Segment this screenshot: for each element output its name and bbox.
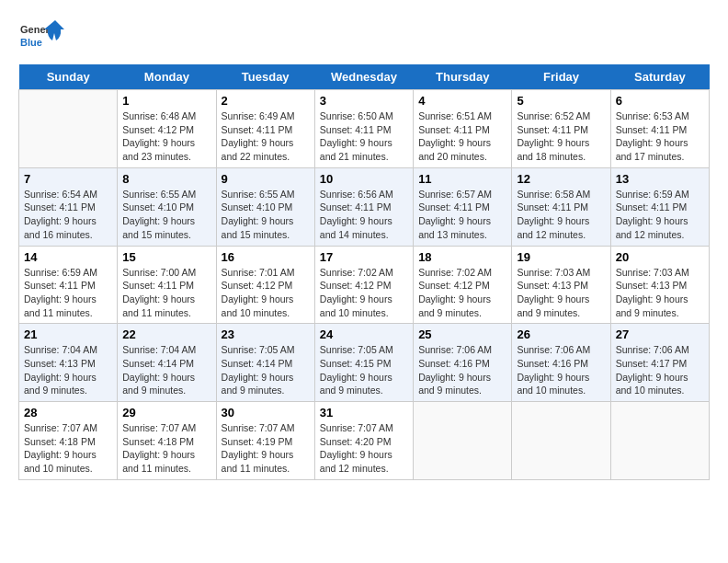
page-header: General Blue	[18, 18, 710, 55]
calendar-cell: 31 Sunrise: 7:07 AMSunset: 4:20 PMDaylig…	[314, 402, 413, 480]
week-row-3: 21 Sunrise: 7:04 AMSunset: 4:13 PMDaylig…	[19, 324, 710, 402]
svg-text:Blue: Blue	[20, 37, 42, 48]
calendar-cell: 10 Sunrise: 6:56 AMSunset: 4:11 PMDaylig…	[314, 167, 413, 246]
day-info: Sunrise: 6:52 AMSunset: 4:11 PMDaylight:…	[517, 109, 605, 164]
day-header-monday: Monday	[118, 64, 216, 90]
logo-svg: General Blue	[18, 18, 64, 55]
calendar-cell: 22 Sunrise: 7:04 AMSunset: 4:14 PMDaylig…	[118, 324, 216, 402]
day-info: Sunrise: 7:03 AMSunset: 4:13 PMDaylight:…	[517, 266, 605, 320]
header-row: SundayMondayTuesdayWednesdayThursdayFrid…	[19, 64, 710, 90]
calendar-cell: 9 Sunrise: 6:55 AMSunset: 4:10 PMDayligh…	[216, 167, 314, 246]
calendar-cell	[414, 402, 512, 480]
calendar-cell: 12 Sunrise: 6:58 AMSunset: 4:11 PMDaylig…	[512, 167, 610, 246]
day-number: 8	[122, 172, 210, 186]
day-number: 6	[616, 94, 704, 108]
day-number: 10	[320, 172, 408, 186]
day-info: Sunrise: 7:07 AMSunset: 4:18 PMDaylight:…	[24, 421, 112, 476]
day-number: 21	[24, 327, 112, 341]
day-number: 4	[418, 94, 506, 108]
calendar-cell: 26 Sunrise: 7:06 AMSunset: 4:16 PMDaylig…	[512, 324, 610, 402]
calendar-cell: 23 Sunrise: 7:05 AMSunset: 4:14 PMDaylig…	[216, 324, 314, 402]
day-info: Sunrise: 6:53 AMSunset: 4:11 PMDaylight:…	[616, 109, 704, 164]
day-number: 28	[24, 406, 112, 419]
calendar-cell	[512, 402, 610, 480]
day-header-friday: Friday	[512, 64, 610, 90]
day-number: 25	[418, 327, 506, 341]
day-number: 18	[418, 250, 506, 264]
calendar-cell: 13 Sunrise: 6:59 AMSunset: 4:11 PMDaylig…	[610, 167, 709, 246]
day-number: 15	[122, 250, 210, 264]
day-info: Sunrise: 6:58 AMSunset: 4:11 PMDaylight:…	[517, 188, 605, 242]
day-number: 11	[418, 172, 506, 186]
day-info: Sunrise: 6:48 AMSunset: 4:12 PMDaylight:…	[122, 109, 210, 164]
calendar-cell: 16 Sunrise: 7:01 AMSunset: 4:12 PMDaylig…	[216, 246, 314, 324]
day-number: 16	[222, 250, 310, 264]
day-info: Sunrise: 7:01 AMSunset: 4:12 PMDaylight:…	[222, 266, 310, 320]
calendar-cell: 30 Sunrise: 7:07 AMSunset: 4:19 PMDaylig…	[216, 402, 314, 480]
day-info: Sunrise: 7:04 AMSunset: 4:13 PMDaylight:…	[24, 343, 112, 397]
day-info: Sunrise: 6:54 AMSunset: 4:11 PMDaylight:…	[24, 188, 112, 242]
day-header-saturday: Saturday	[610, 64, 709, 90]
day-info: Sunrise: 7:07 AMSunset: 4:18 PMDaylight:…	[122, 421, 210, 476]
calendar-cell: 7 Sunrise: 6:54 AMSunset: 4:11 PMDayligh…	[19, 167, 118, 246]
calendar-cell: 8 Sunrise: 6:55 AMSunset: 4:10 PMDayligh…	[118, 167, 216, 246]
day-info: Sunrise: 6:55 AMSunset: 4:10 PMDaylight:…	[122, 188, 210, 242]
week-row-0: 1 Sunrise: 6:48 AMSunset: 4:12 PMDayligh…	[19, 90, 710, 168]
day-info: Sunrise: 6:50 AMSunset: 4:11 PMDaylight:…	[320, 109, 408, 164]
logo: General Blue	[18, 18, 64, 55]
calendar-cell: 19 Sunrise: 7:03 AMSunset: 4:13 PMDaylig…	[512, 246, 610, 324]
day-info: Sunrise: 7:04 AMSunset: 4:14 PMDaylight:…	[122, 343, 210, 397]
day-info: Sunrise: 7:05 AMSunset: 4:15 PMDaylight:…	[320, 343, 408, 397]
day-info: Sunrise: 7:06 AMSunset: 4:16 PMDaylight:…	[517, 343, 605, 397]
day-info: Sunrise: 6:57 AMSunset: 4:11 PMDaylight:…	[418, 188, 506, 242]
calendar-cell: 6 Sunrise: 6:53 AMSunset: 4:11 PMDayligh…	[610, 90, 709, 168]
day-number: 7	[24, 172, 112, 186]
day-info: Sunrise: 7:07 AMSunset: 4:20 PMDaylight:…	[320, 421, 408, 476]
day-info: Sunrise: 6:59 AMSunset: 4:11 PMDaylight:…	[24, 266, 112, 320]
calendar-cell: 25 Sunrise: 7:06 AMSunset: 4:16 PMDaylig…	[414, 324, 512, 402]
day-info: Sunrise: 7:06 AMSunset: 4:16 PMDaylight:…	[418, 343, 506, 397]
day-number: 13	[616, 172, 704, 186]
calendar-table: SundayMondayTuesdayWednesdayThursdayFrid…	[18, 64, 710, 480]
calendar-cell: 11 Sunrise: 6:57 AMSunset: 4:11 PMDaylig…	[414, 167, 512, 246]
week-row-2: 14 Sunrise: 6:59 AMSunset: 4:11 PMDaylig…	[19, 246, 710, 324]
day-info: Sunrise: 7:07 AMSunset: 4:19 PMDaylight:…	[222, 421, 310, 476]
day-number: 23	[222, 327, 310, 341]
day-number: 2	[222, 94, 310, 108]
day-info: Sunrise: 6:56 AMSunset: 4:11 PMDaylight:…	[320, 188, 408, 242]
calendar-cell: 24 Sunrise: 7:05 AMSunset: 4:15 PMDaylig…	[314, 324, 413, 402]
calendar-cell: 18 Sunrise: 7:02 AMSunset: 4:12 PMDaylig…	[414, 246, 512, 324]
day-number: 17	[320, 250, 408, 264]
day-number: 9	[222, 172, 310, 186]
day-info: Sunrise: 7:06 AMSunset: 4:17 PMDaylight:…	[616, 343, 704, 397]
calendar-cell: 3 Sunrise: 6:50 AMSunset: 4:11 PMDayligh…	[314, 90, 413, 168]
calendar-cell: 4 Sunrise: 6:51 AMSunset: 4:11 PMDayligh…	[414, 90, 512, 168]
day-number: 29	[122, 406, 210, 419]
calendar-cell: 14 Sunrise: 6:59 AMSunset: 4:11 PMDaylig…	[19, 246, 118, 324]
day-header-sunday: Sunday	[19, 64, 118, 90]
day-info: Sunrise: 7:05 AMSunset: 4:14 PMDaylight:…	[222, 343, 310, 397]
day-number: 1	[122, 94, 210, 108]
day-info: Sunrise: 7:03 AMSunset: 4:13 PMDaylight:…	[616, 266, 704, 320]
day-header-wednesday: Wednesday	[314, 64, 413, 90]
calendar-cell: 28 Sunrise: 7:07 AMSunset: 4:18 PMDaylig…	[19, 402, 118, 480]
calendar-cell: 1 Sunrise: 6:48 AMSunset: 4:12 PMDayligh…	[118, 90, 216, 168]
day-number: 24	[320, 327, 408, 341]
day-info: Sunrise: 6:55 AMSunset: 4:10 PMDaylight:…	[222, 188, 310, 242]
day-info: Sunrise: 6:51 AMSunset: 4:11 PMDaylight:…	[418, 109, 506, 164]
calendar-cell: 5 Sunrise: 6:52 AMSunset: 4:11 PMDayligh…	[512, 90, 610, 168]
day-number: 20	[616, 250, 704, 264]
day-number: 31	[320, 406, 408, 419]
day-number: 19	[517, 250, 605, 264]
calendar-cell	[610, 402, 709, 480]
day-number: 27	[616, 327, 704, 341]
day-info: Sunrise: 7:00 AMSunset: 4:11 PMDaylight:…	[122, 266, 210, 320]
day-number: 22	[122, 327, 210, 341]
calendar-cell: 21 Sunrise: 7:04 AMSunset: 4:13 PMDaylig…	[19, 324, 118, 402]
week-row-1: 7 Sunrise: 6:54 AMSunset: 4:11 PMDayligh…	[19, 167, 710, 246]
calendar-cell: 15 Sunrise: 7:00 AMSunset: 4:11 PMDaylig…	[118, 246, 216, 324]
calendar-cell: 17 Sunrise: 7:02 AMSunset: 4:12 PMDaylig…	[314, 246, 413, 324]
day-number: 5	[517, 94, 605, 108]
day-number: 12	[517, 172, 605, 186]
day-number: 26	[517, 327, 605, 341]
